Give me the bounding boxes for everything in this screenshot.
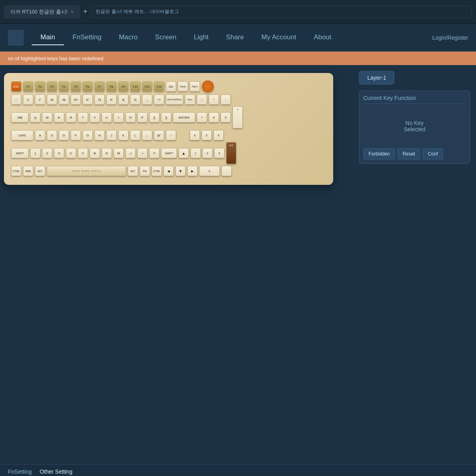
key-fn[interactable]: FN [140, 166, 150, 176]
key-4[interactable]: 4$ [59, 94, 69, 105]
nav-item-main[interactable]: Main [32, 30, 64, 45]
key-knob[interactable] [202, 80, 214, 93]
key-lbracket[interactable]: {{ [149, 112, 159, 123]
key-numenter[interactable]: Ent [226, 142, 236, 164]
key-arrowleft[interactable]: ◄ [163, 166, 174, 176]
key-pgdn[interactable]: PgDn [190, 81, 200, 92]
key-caps[interactable]: CAPS [11, 130, 33, 140]
key-numdiv[interactable]: / [197, 94, 207, 105]
conf-button[interactable]: Conf [422, 148, 443, 159]
key-p[interactable]: P [137, 112, 148, 123]
key-a[interactable]: A [35, 130, 45, 140]
address-bar[interactable]: 한글판 출시! 에쁘 레트.. : 네이버블로그 [91, 6, 472, 18]
key-k[interactable]: K [118, 130, 129, 140]
nav-item-about[interactable]: About [305, 30, 340, 45]
key-pgup[interactable]: PgUp [178, 81, 188, 92]
key-q[interactable]: Q [30, 112, 40, 123]
key-f8[interactable]: F8 [106, 81, 117, 92]
key-g[interactable]: G [83, 130, 93, 140]
key-m[interactable]: M [113, 148, 124, 158]
key-slash[interactable]: /? [149, 148, 159, 158]
key-num2[interactable]: 2 [202, 148, 213, 158]
key-d[interactable]: D [59, 130, 69, 140]
tab-close-icon[interactable]: × [71, 9, 74, 15]
nav-item-screen[interactable]: Screen [146, 30, 185, 45]
key-f6[interactable]: F6 [83, 81, 93, 92]
key-5[interactable]: 5% [71, 94, 81, 105]
key-quote[interactable]: @" [154, 130, 164, 140]
browser-tab[interactable]: 이커 RT100 한글판 출시! × [4, 5, 80, 19]
key-period[interactable]: .> [137, 148, 148, 158]
key-2[interactable]: 2" [35, 94, 45, 105]
key-0[interactable]: 0) [130, 94, 140, 105]
key-f2[interactable]: F2 [35, 81, 45, 92]
key-arrowright[interactable]: ► [187, 166, 198, 176]
tab-fnsetting[interactable]: FnSetting [8, 468, 32, 476]
nav-item-light[interactable]: Light [185, 30, 217, 45]
key-f7[interactable]: F7 [94, 81, 105, 92]
key-tab[interactable]: TAB [11, 112, 29, 123]
key-f3[interactable]: F3 [47, 81, 57, 92]
key-z[interactable]: Z [42, 148, 52, 158]
key-f11[interactable]: F11 [142, 81, 152, 92]
key-f1[interactable]: F1 [23, 81, 33, 92]
key-l[interactable]: L [130, 130, 140, 140]
key-v[interactable]: V [78, 148, 88, 158]
key-comma[interactable]: ,< [125, 148, 136, 158]
key-backspace[interactable]: BACKSPACE [166, 94, 183, 105]
key-esc[interactable]: ESC [11, 81, 21, 92]
key-f9[interactable]: F9 [118, 81, 129, 92]
key-numdot[interactable]: . [221, 166, 232, 176]
key-numadd[interactable]: + [232, 106, 243, 129]
key-num0[interactable]: 0 [199, 166, 220, 176]
key-f4[interactable]: F4 [59, 81, 69, 92]
key-minus[interactable]: -_ [142, 94, 152, 105]
key-num6[interactable]: 6 [213, 130, 224, 140]
key-rbracket[interactable]: }} [161, 112, 171, 123]
key-backtick[interactable]: ~` [11, 94, 21, 105]
key-backslash[interactable]: \| [30, 148, 40, 158]
key-num8[interactable]: 8 [209, 112, 219, 123]
nav-item-myaccount[interactable]: My Account [253, 30, 305, 45]
key-9[interactable]: 9( [118, 94, 129, 105]
key-ctrl-l[interactable]: CTRL [11, 166, 21, 176]
key-equals[interactable]: =+ [154, 94, 164, 105]
key-8[interactable]: 8* [106, 94, 117, 105]
key-w[interactable]: W [42, 112, 52, 123]
key-ctrl-r[interactable]: CTRL [152, 166, 162, 176]
key-hash[interactable]: ~ [166, 130, 176, 140]
key-shift-l[interactable]: SHIFT [11, 148, 29, 158]
key-r[interactable]: R [66, 112, 76, 123]
key-alt-l[interactable]: ALT [35, 166, 45, 176]
tab-other-setting[interactable]: Other Setting [40, 468, 73, 476]
key-6[interactable]: 6^ [83, 94, 93, 105]
key-numsub[interactable]: - [221, 94, 231, 105]
new-tab-button[interactable]: + [83, 8, 88, 16]
key-c[interactable]: C [66, 148, 76, 158]
nav-item-share[interactable]: Share [217, 30, 253, 45]
key-7[interactable]: 7& [94, 94, 105, 105]
key-semicolon[interactable]: ;: [142, 130, 152, 140]
key-f5[interactable]: F5 [71, 81, 81, 92]
key-num1[interactable]: 1 [190, 148, 201, 158]
key-3[interactable]: 3£ [47, 94, 57, 105]
key-num5[interactable]: 5 [202, 130, 212, 140]
key-arrowup[interactable]: ▲ [178, 148, 189, 158]
reset-key-button[interactable]: Reset [397, 148, 420, 159]
key-num9[interactable]: 9 [221, 112, 231, 123]
key-shift-r[interactable]: SHIFT [161, 148, 177, 158]
key-y[interactable]: Y [90, 112, 100, 123]
key-n[interactable]: N [102, 148, 112, 158]
key-i[interactable]: I [113, 112, 124, 123]
key-b[interactable]: B [90, 148, 100, 158]
key-win[interactable]: WIN [23, 166, 33, 176]
nav-item-fnsetting[interactable]: FnSetting [64, 30, 110, 45]
key-space[interactable]: NEED MORE SPACE [47, 166, 126, 176]
key-u[interactable]: U [102, 112, 112, 123]
nav-item-macro[interactable]: Macro [110, 30, 146, 45]
key-o[interactable]: O [125, 112, 136, 123]
key-f12[interactable]: F12 [154, 81, 164, 92]
key-numlock[interactable]: Num [185, 94, 195, 105]
key-num4[interactable]: 4 [190, 130, 200, 140]
key-arrowdown[interactable]: ▼ [175, 166, 186, 176]
